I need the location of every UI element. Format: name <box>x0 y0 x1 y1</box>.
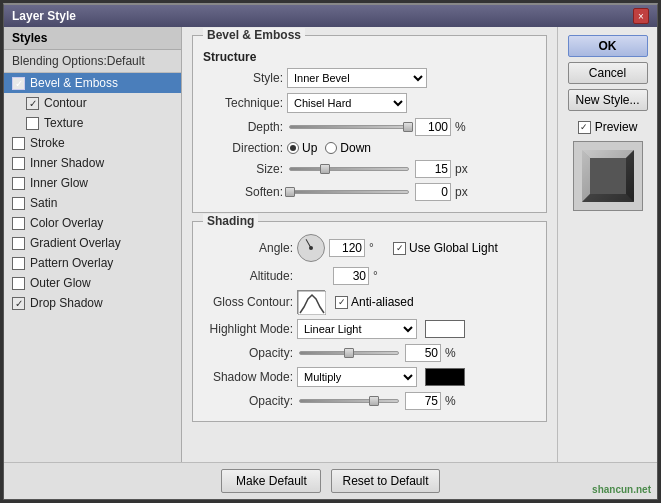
dialog-body: Styles Blending Options:Default Bevel & … <box>4 27 657 462</box>
checkbox-drop-shadow[interactable] <box>12 297 25 310</box>
direction-up-label: Up <box>302 141 317 155</box>
checkbox-inner-glow[interactable] <box>12 177 25 190</box>
angle-control[interactable] <box>297 234 325 262</box>
altitude-unit: ° <box>373 269 389 283</box>
blend-options-label: Blending Options:Default <box>4 50 181 73</box>
main-content: Bevel & Emboss Structure Style: Outer Be… <box>182 27 557 462</box>
depth-label: Depth: <box>203 120 283 134</box>
depth-row: Depth: % <box>203 118 536 136</box>
technique-row: Technique: SmoothChisel HardChisel Soft <box>203 93 536 113</box>
highlight-opacity-slider[interactable] <box>299 351 399 355</box>
global-light-checkbox-group[interactable]: Use Global Light <box>393 241 498 255</box>
svg-marker-2 <box>582 150 634 158</box>
size-slider[interactable] <box>289 167 409 171</box>
direction-down-radio[interactable]: Down <box>325 141 371 155</box>
sidebar-label-color-overlay: Color Overlay <box>30 216 103 230</box>
sidebar-label-inner-glow: Inner Glow <box>30 176 88 190</box>
make-default-button[interactable]: Make Default <box>221 469 321 493</box>
shadow-opacity-input[interactable] <box>405 392 441 410</box>
sidebar-item-color-overlay[interactable]: Color Overlay <box>4 213 181 233</box>
soften-slider[interactable] <box>289 190 409 194</box>
sidebar-item-stroke[interactable]: Stroke <box>4 133 181 153</box>
sidebar-item-pattern-overlay[interactable]: Pattern Overlay <box>4 253 181 273</box>
gloss-row: Gloss Contour: Anti-aliased <box>203 290 536 314</box>
sidebar-item-inner-shadow[interactable]: Inner Shadow <box>4 153 181 173</box>
checkbox-gradient-overlay[interactable] <box>12 237 25 250</box>
direction-up-radio[interactable]: Up <box>287 141 317 155</box>
preview-checkbox[interactable] <box>578 121 591 134</box>
size-label: Size: <box>203 162 283 176</box>
global-light-checkbox[interactable] <box>393 242 406 255</box>
new-style-button[interactable]: New Style... <box>568 89 648 111</box>
highlight-opacity-row: Opacity: % <box>203 344 536 362</box>
highlight-mode-label: Highlight Mode: <box>203 322 293 336</box>
highlight-color-swatch[interactable] <box>425 320 465 338</box>
size-input[interactable] <box>415 160 451 178</box>
ok-button[interactable]: OK <box>568 35 648 57</box>
radio-down-circle <box>325 142 337 154</box>
checkbox-contour[interactable] <box>26 97 39 110</box>
preview-label: Preview <box>595 120 638 134</box>
sidebar-item-contour[interactable]: Contour <box>4 93 181 113</box>
angle-label: Angle: <box>203 241 293 255</box>
shadow-color-swatch[interactable] <box>425 368 465 386</box>
altitude-label: Altitude: <box>203 269 293 283</box>
sidebar-item-gradient-overlay[interactable]: Gradient Overlay <box>4 233 181 253</box>
global-light-label: Use Global Light <box>409 241 498 255</box>
technique-select[interactable]: SmoothChisel HardChisel Soft <box>287 93 407 113</box>
checkbox-color-overlay[interactable] <box>12 217 25 230</box>
close-button[interactable]: × <box>633 8 649 24</box>
bevel-preview-svg <box>578 146 638 206</box>
technique-label: Technique: <box>203 96 283 110</box>
sidebar-label-satin: Satin <box>30 196 57 210</box>
gloss-label: Gloss Contour: <box>203 295 293 309</box>
bottom-bar: Make Default Reset to Default <box>4 462 657 499</box>
radio-up-circle <box>287 142 299 154</box>
checkbox-satin[interactable] <box>12 197 25 210</box>
highlight-opacity-unit: % <box>445 346 461 360</box>
bevel-emboss-section: Bevel & Emboss Structure Style: Outer Be… <box>192 35 547 213</box>
soften-row: Soften: px <box>203 183 536 201</box>
checkbox-texture[interactable] <box>26 117 39 130</box>
structure-title: Structure <box>203 48 536 68</box>
checkbox-inner-shadow[interactable] <box>12 157 25 170</box>
depth-unit: % <box>455 120 471 134</box>
highlight-mode-select[interactable]: NormalDissolveMultiplyScreenOverlayLinea… <box>297 319 417 339</box>
svg-marker-4 <box>626 150 634 202</box>
sidebar-item-outer-glow[interactable]: Outer Glow <box>4 273 181 293</box>
cancel-button[interactable]: Cancel <box>568 62 648 84</box>
shadow-mode-row: Shadow Mode: NormalMultiplyScreenOverlay <box>203 367 536 387</box>
shadow-mode-select[interactable]: NormalMultiplyScreenOverlay <box>297 367 417 387</box>
style-select[interactable]: Outer BevelInner BevelEmbossPillow Embos… <box>287 68 427 88</box>
sidebar-label-bevel-emboss: Bevel & Emboss <box>30 76 118 90</box>
sidebar-item-satin[interactable]: Satin <box>4 193 181 213</box>
gloss-contour-preview[interactable] <box>297 290 325 314</box>
sidebar-item-bevel-emboss[interactable]: Bevel & Emboss <box>4 73 181 93</box>
svg-marker-3 <box>582 150 590 202</box>
shadow-mode-label: Shadow Mode: <box>203 370 293 384</box>
reset-default-button[interactable]: Reset to Default <box>331 469 439 493</box>
depth-slider[interactable] <box>289 125 409 129</box>
sidebar-item-texture[interactable]: Texture <box>4 113 181 133</box>
sidebar-item-inner-glow[interactable]: Inner Glow <box>4 173 181 193</box>
sidebar-label-outer-glow: Outer Glow <box>30 276 91 290</box>
checkbox-outer-glow[interactable] <box>12 277 25 290</box>
anti-alias-checkbox[interactable] <box>335 296 348 309</box>
checkbox-stroke[interactable] <box>12 137 25 150</box>
sidebar-label-pattern-overlay: Pattern Overlay <box>30 256 113 270</box>
sidebar-item-drop-shadow[interactable]: Drop Shadow <box>4 293 181 313</box>
highlight-opacity-input[interactable] <box>405 344 441 362</box>
preview-checkbox-group[interactable]: Preview <box>578 120 638 134</box>
checkbox-pattern-overlay[interactable] <box>12 257 25 270</box>
anti-alias-group[interactable]: Anti-aliased <box>335 295 414 309</box>
soften-input[interactable] <box>415 183 451 201</box>
watermark: shancun.net <box>592 484 651 495</box>
direction-label: Direction: <box>203 141 283 155</box>
angle-input[interactable] <box>329 239 365 257</box>
angle-unit: ° <box>369 241 385 255</box>
depth-input[interactable] <box>415 118 451 136</box>
shadow-opacity-slider[interactable] <box>299 399 399 403</box>
altitude-input[interactable] <box>333 267 369 285</box>
size-unit: px <box>455 162 471 176</box>
checkbox-bevel-emboss[interactable] <box>12 77 25 90</box>
